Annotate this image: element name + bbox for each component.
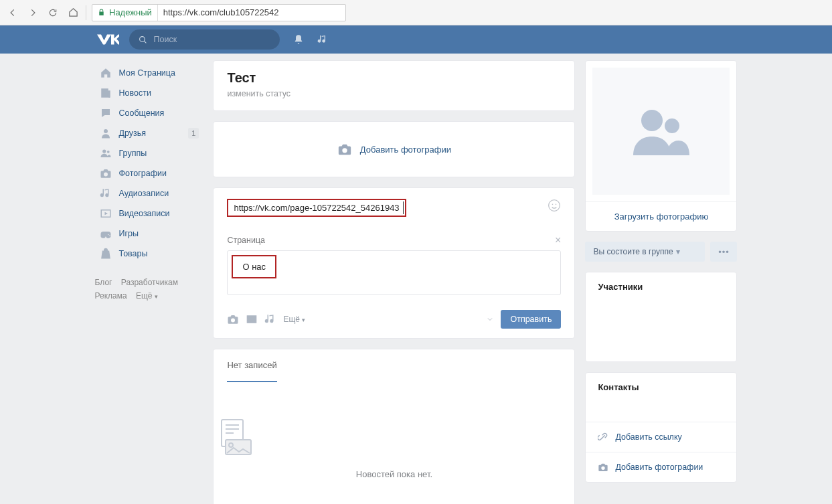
header-search[interactable] <box>129 29 280 50</box>
svg-point-2 <box>102 149 106 153</box>
back-button[interactable] <box>5 5 20 20</box>
news-icon <box>99 86 112 100</box>
sidebar-item-label: Видеозаписи <box>119 209 170 218</box>
group-title: Тест <box>227 70 561 86</box>
vk-header <box>0 25 832 54</box>
lock-icon <box>98 9 105 16</box>
address-bar[interactable]: Надежный https://vk.com/club105722542 <box>92 4 346 21</box>
sidebar-item-chat[interactable]: Сообщения <box>95 103 203 123</box>
membership-status-button[interactable]: Вы состоите в группе▾ <box>585 242 705 262</box>
contacts-header: Контакты <box>598 382 724 392</box>
people-icon <box>628 104 695 158</box>
emoji-button[interactable] <box>548 199 561 212</box>
browser-chrome: Надежный https://vk.com/club105722542 <box>0 0 832 25</box>
sidebar-item-label: Моя Страница <box>119 68 175 78</box>
video-icon <box>99 207 112 220</box>
attach-video-icon[interactable] <box>246 313 258 325</box>
bag-icon <box>99 247 112 260</box>
post-textarea[interactable]: https://vk.com/page-105722542_54261943 <box>227 199 406 217</box>
upload-photo-link[interactable]: Загрузить фотографию <box>586 201 736 231</box>
music-icon[interactable] <box>317 34 328 45</box>
sidebar-item-joystick[interactable]: Игры <box>95 224 203 244</box>
new-post-card: https://vk.com/page-105722542_54261943 С… <box>213 187 575 339</box>
svg-point-11 <box>641 110 663 131</box>
svg-point-5 <box>549 200 560 212</box>
sidebar-item-video[interactable]: Видеозаписи <box>95 203 203 224</box>
add-photos-button[interactable]: Добавить фотографии <box>586 452 736 482</box>
sidebar-item-music[interactable]: Аудиозаписи <box>95 183 203 203</box>
search-input[interactable] <box>153 34 270 45</box>
separator <box>86 5 86 20</box>
svg-point-3 <box>106 151 109 153</box>
svg-point-7 <box>556 204 557 205</box>
footer-ads[interactable]: Реклама <box>95 291 127 301</box>
svg-point-1 <box>104 129 108 133</box>
home-button[interactable] <box>66 5 80 20</box>
attach-audio-icon[interactable] <box>264 313 276 325</box>
add-link-button[interactable]: Добавить ссылку <box>586 422 736 452</box>
sidebar-item-label: Группы <box>119 149 147 158</box>
music-icon <box>99 187 112 200</box>
left-sidebar: Моя СтраницаНовостиСообщенияДрузья1Групп… <box>95 60 203 303</box>
membership-row: Вы состоите в группе▾ ••• <box>585 242 737 262</box>
sidebar-footer: Блог Разработчикам Реклама Ещё ▾ <box>95 276 203 303</box>
sidebar-item-bag[interactable]: Товары <box>95 244 203 264</box>
footer-devs[interactable]: Разработчикам <box>121 278 178 287</box>
search-icon <box>139 35 147 44</box>
wall-tab-empty[interactable]: Нет записей <box>227 349 276 382</box>
sidebar-item-label: Аудиозаписи <box>119 189 169 198</box>
attach-more[interactable]: Ещё ▾ <box>283 315 305 324</box>
add-photos-label: Добавить фотографии <box>360 145 451 155</box>
attach-photo-icon[interactable] <box>227 313 239 325</box>
camera-icon <box>99 167 112 180</box>
sidebar-item-label: Сообщения <box>119 108 165 118</box>
sidebar-item-label: Фотографии <box>119 169 167 178</box>
wall-card: Нет записей Новостей пока нет. <box>213 349 575 504</box>
right-column: Загрузить фотографию Вы состоите в групп… <box>585 60 737 493</box>
svg-point-12 <box>665 118 679 133</box>
change-status-link[interactable]: изменить статус <box>227 89 290 98</box>
svg-point-0 <box>139 36 145 41</box>
secure-label: Надежный <box>109 7 152 17</box>
send-button[interactable]: Отправить <box>501 310 561 329</box>
sidebar-item-user[interactable]: Друзья1 <box>95 123 203 143</box>
svg-point-6 <box>552 204 554 205</box>
vk-logo[interactable] <box>95 32 119 47</box>
group-photo-placeholder <box>592 68 730 195</box>
sidebar-item-count: 1 <box>188 128 199 139</box>
add-photos-card[interactable]: Добавить фотографии <box>213 121 575 177</box>
post-options-chevron[interactable] <box>486 315 494 323</box>
footer-blog[interactable]: Блог <box>95 278 112 287</box>
joystick-icon <box>99 227 112 240</box>
attach-icons <box>227 313 276 325</box>
link-icon <box>598 432 608 442</box>
main-column: Тест изменить статус Добавить фотографии… <box>213 60 575 504</box>
empty-posts-icon <box>214 416 254 456</box>
home-icon <box>99 66 112 80</box>
participants-card: Участники <box>585 272 737 362</box>
secure-badge: Надежный <box>92 5 158 21</box>
contacts-card: Контакты Добавить ссылку Добавить фотогр… <box>585 372 737 483</box>
group-photo-card: Загрузить фотографию <box>585 60 737 232</box>
sidebar-item-camera[interactable]: Фотографии <box>95 163 203 183</box>
attachment-page-title[interactable]: О нас <box>232 255 276 278</box>
sidebar-item-home[interactable]: Моя Страница <box>95 63 203 83</box>
attach-header: Страница × <box>227 234 561 246</box>
camera-icon <box>598 462 608 473</box>
bell-icon[interactable] <box>293 34 304 45</box>
reload-button[interactable] <box>46 5 60 20</box>
url-text: https://vk.com/club105722542 <box>158 7 284 17</box>
remove-attachment-button[interactable]: × <box>555 234 561 246</box>
attachment-box: О нас <box>227 250 561 295</box>
sidebar-item-label: Игры <box>119 229 139 238</box>
participants-header: Участники <box>598 282 724 292</box>
camera-icon <box>337 142 352 157</box>
group-more-button[interactable]: ••• <box>710 242 737 262</box>
forward-button[interactable] <box>25 5 40 20</box>
sidebar-item-users[interactable]: Группы <box>95 143 203 163</box>
users-icon <box>99 147 112 160</box>
sidebar-item-news[interactable]: Новости <box>95 83 203 103</box>
sidebar-item-label: Друзья <box>119 129 147 138</box>
footer-more[interactable]: Ещё ▾ <box>136 291 158 301</box>
sidebar-item-label: Товары <box>119 249 148 258</box>
